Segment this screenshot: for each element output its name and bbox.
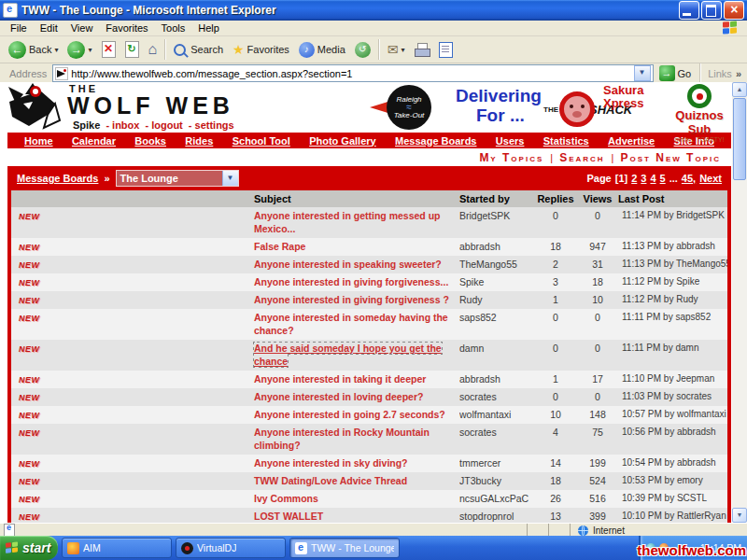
nav-link[interactable]: Users (496, 135, 525, 147)
nav-link[interactable]: Calendar (72, 135, 116, 147)
topic-subject-link[interactable]: Anyone interested in going 2.7 seconds? (254, 409, 445, 420)
favorites-label: Favorites (247, 44, 289, 55)
chevron-down-icon[interactable]: ▼ (222, 171, 238, 186)
topic-subject-link[interactable]: Anyone interested in taking it deeper (254, 373, 426, 385)
back-dropdown-icon[interactable]: ▾ (54, 46, 58, 54)
taskbar-task-button[interactable]: VirtualDJ (176, 538, 286, 558)
refresh-button[interactable]: ↻ (120, 38, 144, 61)
address-input[interactable]: http://www.thewolfweb.com/message_sectio… (52, 64, 653, 82)
forward-dropdown-icon[interactable]: ▾ (88, 46, 92, 54)
go-button[interactable]: → Go (654, 65, 698, 81)
nav-link[interactable]: Books (134, 135, 166, 147)
ad-raleigh-takeout[interactable]: Raleigh ≈ Take-Out (370, 85, 431, 130)
toolbar-separator (164, 39, 166, 60)
topic-subject-link[interactable]: Anyone interested in someday having the … (254, 312, 448, 336)
topic-subject-link[interactable]: Anyone interested in speaking sweeter? (254, 259, 442, 270)
new-topic-icon: NEW (19, 495, 40, 504)
topic-action-link[interactable]: Post New Topic (620, 151, 721, 164)
topic-subject-link[interactable]: Anyone interested in sky diving? (254, 457, 408, 469)
back-label: Back (29, 44, 51, 55)
breadcrumb-root-link[interactable]: Message Boards (17, 173, 98, 184)
table-row: NEW Anyone interested in loving deeper? … (11, 388, 727, 406)
page-link[interactable]: 3 (641, 173, 646, 184)
topic-replies: 0 (534, 311, 577, 324)
media-button[interactable]: ♪ Media (294, 38, 350, 61)
topic-subject-link[interactable]: Anyone interested in getting messed up M… (254, 210, 441, 234)
nav-link[interactable]: Message Boards (395, 135, 476, 147)
table-body: NEW Anyone interested in getting messed … (11, 207, 727, 523)
last-page-link[interactable]: 45, (682, 173, 696, 184)
topic-started-by: stopdropnrol (459, 510, 534, 523)
menu-item[interactable]: Edit (34, 22, 64, 34)
topic-started-by: BridgetSPK (459, 209, 534, 222)
page-link[interactable]: 5 (660, 173, 666, 184)
topic-subject-link[interactable]: And he said someday I hope you get the c… (254, 343, 442, 367)
minimize-button[interactable] (679, 1, 699, 20)
topic-subject-link[interactable]: LOST WALLET (254, 511, 323, 522)
media-label: Media (317, 44, 345, 55)
topic-replies: 13 (534, 510, 577, 523)
topic-views: 10 (577, 293, 618, 306)
nav-link[interactable]: School Tool (233, 135, 290, 147)
nav-link[interactable]: Statistics (543, 135, 589, 147)
separator: - (143, 119, 152, 131)
stop-button[interactable]: ✕ (97, 38, 120, 61)
topic-subject-link[interactable]: TWW Dating/Love Advice Thread (254, 475, 407, 486)
section-dropdown[interactable]: The Lounge ▼ (116, 170, 239, 187)
topic-subject-link[interactable]: False Rape (254, 241, 305, 252)
topic-replies: 2 (534, 258, 577, 271)
ad-sakura-xpress[interactable]: Sakura Xpress (603, 84, 643, 110)
mail-dropdown-icon[interactable]: ▾ (402, 46, 405, 54)
nav-link[interactable]: Advertise (608, 135, 655, 147)
page-link[interactable]: 2 (631, 173, 637, 184)
menu-item[interactable]: Favorites (99, 22, 154, 34)
scroll-down-icon[interactable]: ▼ (732, 508, 747, 523)
links-label[interactable]: Links (704, 68, 736, 79)
taskbar-task-button[interactable]: TWW - The Lounge - ... (289, 538, 400, 558)
edit-button[interactable] (434, 38, 458, 61)
ad-delivering-for[interactable]: Delivering For ... (456, 86, 542, 125)
table-row: NEW False Rape abbradsh 18 947 11:13 PM … (11, 238, 727, 256)
links-chevron-icon[interactable]: » (736, 68, 743, 79)
topic-last-post: 11:13 PM by TheMango55 (618, 258, 727, 271)
topic-subject-link[interactable]: Anyone interested in Rocky Mountain clim… (254, 427, 430, 451)
next-page-link[interactable]: Next (699, 173, 722, 184)
address-dropdown-icon[interactable]: ▼ (634, 65, 651, 81)
user-link[interactable]: inbox (112, 119, 139, 131)
scroll-up-icon[interactable]: ▲ (732, 82, 747, 97)
topic-subject-link[interactable]: Ivy Commons (254, 493, 318, 504)
home-button[interactable]: ⌂ (144, 38, 162, 61)
topic-last-post: 11:03 PM by socrates (618, 390, 727, 403)
mail-button[interactable]: ✉ ▾ (383, 38, 410, 61)
search-button[interactable]: Search (169, 38, 228, 61)
restore-button[interactable] (701, 1, 722, 20)
history-button[interactable]: ↺ (350, 38, 375, 61)
menu-item[interactable]: Tools (155, 22, 192, 34)
topic-subject-link[interactable]: Anyone interested in giving forgiveness.… (254, 276, 448, 287)
forward-button[interactable]: → ▾ (63, 38, 96, 61)
page-link[interactable]: 4 (650, 173, 655, 184)
topic-action-link[interactable]: My Topics (479, 151, 543, 164)
close-button[interactable] (724, 1, 744, 20)
header-subject: Subject (254, 193, 459, 204)
start-button[interactable]: start (0, 536, 58, 560)
favorites-button[interactable]: ★ Favorites (228, 38, 294, 61)
topic-action-link[interactable]: Search (559, 151, 604, 164)
user-link[interactable]: settings (195, 119, 234, 131)
back-button[interactable]: ← Back ▾ (4, 38, 63, 61)
vertical-scrollbar[interactable]: ▲ ▼ (732, 82, 747, 523)
topic-subject-link[interactable]: Anyone interested in giving forgiveness … (254, 294, 449, 305)
print-button[interactable] (410, 38, 434, 61)
scrollbar-thumb[interactable] (733, 98, 746, 180)
nav-link[interactable]: Rides (185, 135, 213, 147)
nav-link[interactable]: Photo Gallery (309, 135, 376, 147)
menu-item[interactable]: File (4, 22, 34, 34)
taskbar-task-button[interactable]: AIM (62, 538, 172, 558)
menu-item[interactable]: View (64, 22, 100, 34)
user-link[interactable]: logout (151, 119, 183, 131)
nav-link[interactable]: Home (24, 135, 53, 147)
topic-subject-link[interactable]: Anyone interested in loving deeper? (254, 391, 423, 402)
menu-item[interactable]: Help (191, 22, 226, 34)
ad-quiznos-sub[interactable]: Quiznos Sub mmm...TOASTY! (667, 84, 732, 143)
topic-last-post: 11:11 PM by saps852 (618, 311, 727, 324)
